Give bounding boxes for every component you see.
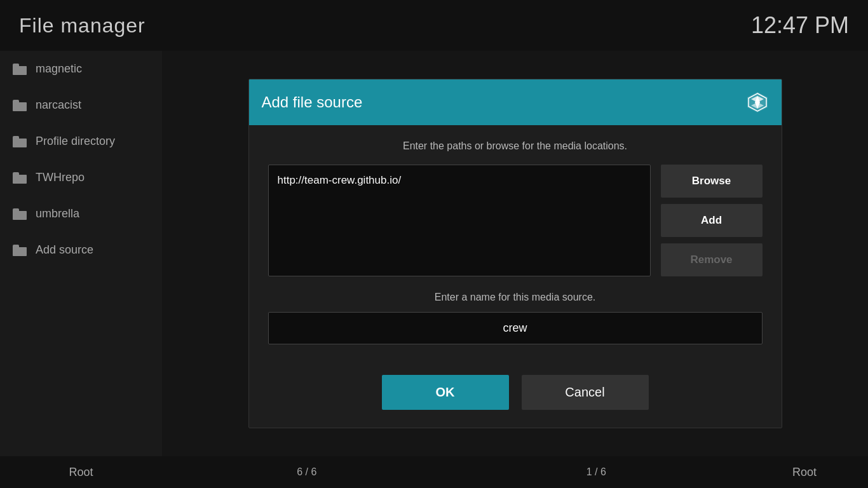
dialog-footer: OK Cancel [249, 375, 782, 428]
ok-button[interactable]: OK [382, 375, 509, 410]
kodi-logo-icon [746, 91, 769, 114]
sidebar-item-label: Profile directory [36, 135, 115, 148]
current-time: 12:47 PM [751, 12, 849, 39]
source-name-input[interactable] [268, 312, 763, 344]
sidebar: magnetic narcacist Profile directory TWH… [0, 51, 162, 456]
sidebar-item-narcacist[interactable]: narcacist [0, 87, 162, 123]
path-buttons: Browse Add Remove [661, 165, 763, 276]
dialog-title: Add file source [262, 93, 363, 111]
sidebar-item-label: magnetic [36, 62, 82, 76]
footer-center-right: 1 / 6 [452, 466, 742, 478]
add-file-source-dialog: Add file source Enter the paths or brows… [248, 79, 782, 428]
sidebar-item-twhrepo[interactable]: TWHrepo [0, 159, 162, 196]
footer: Root 6 / 6 1 / 6 Root [0, 456, 868, 488]
name-instruction: Enter a name for this media source. [268, 292, 763, 303]
path-section: http://team-crew.github.io/ Browse Add R… [268, 165, 763, 276]
path-textarea[interactable]: http://team-crew.github.io/ [268, 165, 651, 276]
dialog-header: Add file source [249, 79, 782, 125]
folder-icon [13, 172, 27, 184]
app-title: File manager [19, 14, 146, 37]
sidebar-item-label: TWHrepo [36, 171, 85, 184]
sidebar-item-label: umbrella [36, 207, 79, 220]
sidebar-item-magnetic[interactable]: magnetic [0, 51, 162, 87]
footer-right-label: Root [741, 466, 868, 479]
folder-icon [13, 64, 27, 75]
browse-button[interactable]: Browse [661, 165, 763, 198]
dialog-overlay: Add file source Enter the paths or brows… [162, 51, 868, 456]
add-button[interactable]: Add [661, 204, 763, 237]
sidebar-item-umbrella[interactable]: umbrella [0, 196, 162, 232]
folder-icon [13, 208, 27, 220]
app-header: File manager 12:47 PM [0, 0, 868, 51]
sidebar-item-label: Add source [36, 243, 93, 257]
folder-icon [13, 245, 27, 256]
sidebar-item-profile-directory[interactable]: Profile directory [0, 123, 162, 159]
path-instruction: Enter the paths or browse for the media … [268, 140, 763, 152]
sidebar-item-label: narcacist [36, 98, 81, 112]
footer-left-label: Root [0, 466, 162, 479]
folder-icon [13, 100, 27, 111]
folder-icon [13, 136, 27, 147]
dialog-body: Enter the paths or browse for the media … [249, 125, 782, 375]
remove-button[interactable]: Remove [661, 243, 763, 276]
cancel-button[interactable]: Cancel [522, 375, 649, 410]
footer-center-left: 6 / 6 [162, 466, 452, 478]
sidebar-item-add-source[interactable]: Add source [0, 232, 162, 268]
